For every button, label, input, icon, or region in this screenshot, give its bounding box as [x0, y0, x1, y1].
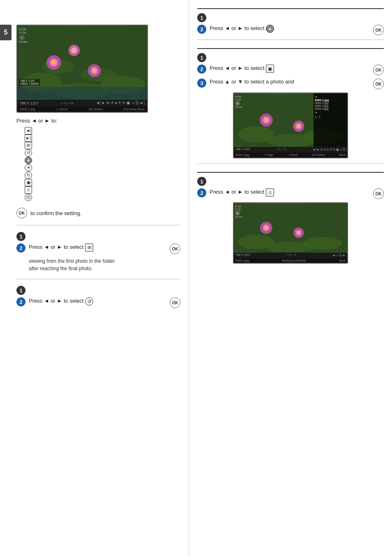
step-2-d: 2 Press ◄ or ► to select ↺ OK — [16, 297, 180, 308]
ok-icon-a: OK — [373, 25, 384, 35]
step-2-e: 2 Press ◄ or ► to select ♫ OK — [197, 188, 384, 199]
step-2-b: 2 Press ◄ or ► to select ▣ OK — [197, 65, 384, 75]
music-display: ✉ Off ↺ On ● 15 sec — [234, 203, 347, 253]
sun-icon: ☀ — [25, 164, 32, 171]
press-text-e: Press ◄ or ► to select ♫ — [210, 188, 366, 197]
cam-info-bar-b: 788 X 1157 ~ / ♪ ~> ◄| ► ✉ ↺ ● ☀ ↻ ▣ ♫ ⓪ — [234, 147, 347, 153]
ok-icon-e: OK — [373, 188, 384, 199]
press-row-main: Press ◄ or ► to: — [16, 118, 180, 124]
playlist-item-1: ▲ — [315, 95, 346, 98]
ok-icon-c: OK — [170, 243, 180, 254]
playlist-panel: ▲ 0000-1.jpg 0000-2.jpg 0000-3.jpg 0000-… — [314, 93, 347, 147]
ok-icon-confirm: OK — [16, 208, 27, 218]
press-text-b2: Press ◄ or ► to select ▣ — [210, 65, 366, 73]
top-divider-a — [197, 8, 384, 9]
circle-filled-icon: ● — [25, 157, 32, 164]
icon-item-music: ♫ — [25, 186, 180, 194]
press-text-d: Press ◄ or ► to select ↺ — [29, 297, 166, 306]
icon-item-skip-back: ◄| — [25, 127, 180, 134]
zero-icon: ⓪ — [25, 194, 32, 201]
badge-1-a: 1 — [197, 13, 206, 22]
divider-c-d — [16, 279, 180, 279]
press-text-b3: Press ▲ or ▼ to select a photo and — [210, 79, 366, 85]
badge-2-b: 2 — [197, 65, 206, 74]
badge-1-b: 1 — [197, 53, 206, 62]
skip-forward-icon: ►| — [25, 134, 32, 142]
step-3-b: 3 Press ▲ or ▼ to select a photo and OK — [197, 79, 384, 89]
cam-bottom-b: 0000-1.jpg ⊹ Page ⊹ Move OK Select Back — [234, 153, 347, 158]
badge-1-d: 1 — [16, 286, 25, 295]
cam-status-e: ✉ Off ↺ On ● 15 sec — [235, 205, 242, 218]
badge-1-e: 1 — [197, 177, 206, 186]
icon-item-rotate: ↺ — [25, 149, 180, 157]
mail-icon-inline: ✉ — [85, 243, 93, 252]
ok-icon-b3: OK — [373, 79, 384, 89]
cam-status-b: ✉ Off ↺ On ● 15 sec — [235, 95, 242, 108]
music-icon: ♫ — [25, 186, 32, 194]
icon-item-sun: ☀ — [25, 164, 180, 171]
step-2-c: 2 Press ◄ or ► to select ✉ OK — [16, 243, 180, 254]
icon-item-zero: ⓪ — [25, 194, 180, 201]
ok-icon-d: OK — [170, 297, 180, 308]
svg-point-22 — [265, 118, 268, 122]
right-section-b: 1 2 Press ◄ or ► to select ▣ OK 3 Press … — [197, 48, 384, 164]
camera-screen-playlist: ✉ Off ↺ On ● 15 sec ▲ 0000-1.jpg 0000-2.… — [233, 93, 348, 158]
badge-2-a: 2 — [197, 25, 206, 34]
divider-a — [197, 39, 384, 40]
left-section-c: 1 2 Press ◄ or ► to select ✉ OK viewing … — [16, 232, 180, 272]
playlist-item-3: 0000-3.jpg — [315, 104, 346, 107]
music-lily-image — [234, 203, 347, 253]
svg-point-25 — [297, 125, 300, 128]
press-text-a: Press ◄ or ► to select ● — [210, 25, 366, 33]
divider-b — [197, 163, 384, 164]
icon-item-grid: ▣ — [25, 179, 180, 186]
right-section-a: 1 2 Press ◄ or ► to select ● OK — [197, 8, 384, 40]
playlist-arrow-down: ▼ — [315, 111, 346, 114]
lily-image — [17, 25, 147, 100]
grid-icon-inline: ▣ — [266, 65, 274, 73]
body-text-c: viewing from the first photo in the fold… — [29, 257, 180, 272]
top-divider-e — [197, 172, 384, 173]
step-2-a: 2 Press ◄ or ► to select ● OK — [197, 25, 384, 35]
badge-2-e: 2 — [197, 188, 206, 197]
skip-back-icon: ◄| — [25, 127, 32, 134]
svg-point-32 — [265, 226, 268, 229]
music-icon-inline: ♫ — [266, 188, 274, 197]
playlist-item-active: 0000-1.jpg — [315, 99, 346, 102]
confirm-text-label: to confirm the setting. — [30, 210, 81, 216]
svg-point-8 — [52, 60, 56, 65]
icon-item-skip-forward: ►| — [25, 134, 180, 142]
camera-info-bar: 788 X 1157 ~ / ♪ ~> ◄| ► ✉ ↺ ● ☀ ↻ ▣ ♫ ⓪… — [17, 100, 147, 107]
camera-counter: 788 X 1157 00001 / 00004 — [19, 79, 40, 86]
rotate-icon: ↺ — [25, 149, 32, 157]
icon-item-mail: ✉ — [25, 142, 180, 149]
right-section-e: 1 2 Press ◄ or ► to select ♫ OK — [197, 172, 384, 264]
camera-status-overlay: ✉ Off ↺ On ● 15 sec — [19, 28, 28, 43]
svg-point-35 — [297, 232, 300, 234]
badge-2-c: 2 — [16, 243, 25, 253]
svg-rect-15 — [17, 87, 147, 99]
badge-3-b: 3 — [197, 79, 206, 88]
cam-info-bar-e: 788 X 1157 ~ / ♪ ~> ◄ ♫ ⓪ ► — [234, 253, 347, 258]
mail-icon: ✉ — [25, 142, 32, 149]
right-column: 1 2 Press ◄ or ► to select ● OK 1 2 Pres… — [189, 0, 392, 556]
camera-screen-music: ✉ Off ↺ On ● 15 sec 788 X 1157 ~ / ♪ ~> … — [233, 202, 348, 264]
left-column: ✉ Off ↺ On ● 15 sec 788 X 1157 00001 / 0… — [0, 0, 189, 556]
grid-icon: ▣ — [25, 179, 32, 186]
rotate-icon-inline: ↺ — [85, 297, 93, 306]
left-divider — [16, 225, 180, 225]
ok-icon-b2: OK — [373, 65, 384, 75]
press-label: Press ◄ or ► to: — [16, 118, 57, 124]
badge-2-d: 2 — [16, 297, 25, 306]
badge-1-c: 1 — [16, 232, 25, 241]
svg-point-14 — [72, 49, 76, 52]
icon-list: ◄| ►| ✉ ↺ ● ☀ ↻ ▣ ♫ — [25, 127, 180, 201]
svg-point-11 — [93, 69, 96, 72]
icon-item-circle: ● — [25, 157, 180, 164]
confirm-row: OK to confirm the setting. — [16, 208, 180, 218]
playlist-display: ✉ Off ↺ On ● 15 sec ▲ 0000-1.jpg 0000-2.… — [234, 93, 347, 147]
page-num-indicator: 1 / 3 — [315, 116, 346, 118]
camera-screen-main: ✉ Off ↺ On ● 15 sec 788 X 1157 00001 / 0… — [16, 25, 148, 113]
playlist-item-2: 0000-2.jpg — [315, 102, 346, 104]
press-text-c: Press ◄ or ► to select ✉ — [29, 243, 166, 252]
